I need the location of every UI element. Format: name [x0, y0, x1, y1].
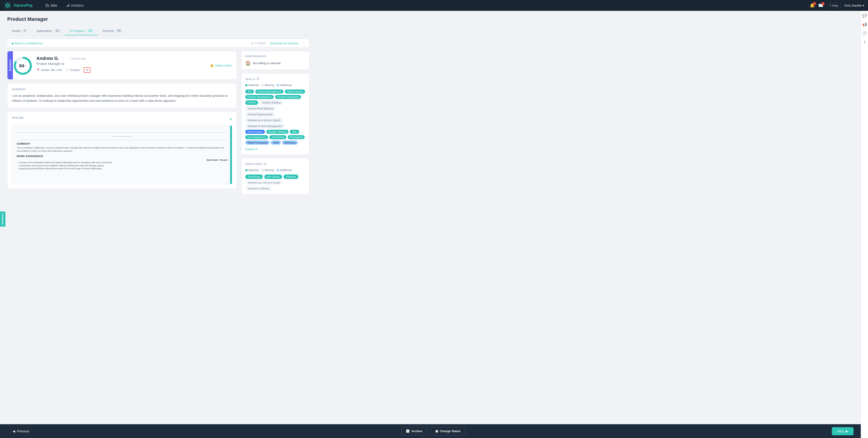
ind-legend-dot-matched: [245, 169, 248, 171]
info-icon[interactable]: ℹ: [864, 40, 865, 44]
industries-title: INDUSTRIES ⓘ: [245, 162, 305, 166]
skills-expand-btn[interactable]: Expand ▾: [245, 147, 305, 151]
tab-archived[interactable]: Archived 49: [98, 27, 127, 35]
preferences-title: PREFERENCES: [245, 55, 305, 58]
more-options-btn[interactable]: ⋮: [302, 41, 305, 45]
industries-panel: INDUSTRIES ⓘ Matched Missing Additional: [241, 158, 309, 195]
tab-in-progress[interactable]: In-Progress 29: [65, 27, 98, 35]
industries-tags-container: Technologytech startupSoftwareSoftware a…: [245, 175, 305, 191]
skill-tag[interactable]: Invision: [245, 100, 258, 105]
industry-tag[interactable]: tech startup: [264, 175, 282, 179]
legend-additional-label: Additional: [280, 84, 292, 87]
resume-scroll-bar[interactable]: [230, 126, 232, 184]
svg-rect-2: [46, 5, 49, 7]
industry-tag[interactable]: Software: [283, 175, 298, 179]
ind-legend-missing-label: Missing: [265, 168, 274, 172]
expand-label: Expand: [245, 147, 255, 151]
score-inner: 84%: [16, 59, 30, 73]
legend-dot-matched: [245, 84, 248, 86]
resume-work-date: March 2019 – Present: [17, 159, 227, 161]
briefcase-icon: [45, 4, 49, 7]
skill-tag[interactable]: Product Management: [255, 90, 283, 94]
ind-legend-missing: Missing: [261, 168, 274, 172]
help-label: Help: [832, 4, 838, 7]
share-icon[interactable]: 📢: [862, 22, 867, 27]
candidate-card-inner: 84% Andrew G. ☆ • 1 year(s) ago Product …: [14, 56, 232, 75]
skill-tag[interactable]: Swift: [271, 140, 281, 145]
skill-tag[interactable]: Prototyping: [288, 135, 305, 139]
industry-tag[interactable]: Technology: [245, 175, 263, 179]
candidate-name: Andrew G.: [36, 56, 59, 61]
legend-dot-missing: [261, 84, 264, 86]
skill-tag[interactable]: Scheduling: [270, 135, 286, 139]
skill-tag[interactable]: Software as a Service (SaaS): [245, 118, 283, 123]
nav-analytics-label: Analytics: [71, 4, 84, 7]
nav-jobs[interactable]: Jobs: [43, 3, 59, 8]
resume-bullet-1: My team of four developers builds and su…: [17, 161, 227, 164]
location-icon: 📍: [36, 68, 40, 72]
skill-tag[interactable]: Product Requirements: [245, 112, 275, 117]
skills-info-icon[interactable]: ⓘ: [256, 77, 259, 81]
history-icon[interactable]: 🕐: [862, 31, 867, 35]
skill-tag[interactable]: SQL: [290, 130, 299, 134]
candidate-tabs: Invited 0 Applications 22 In-Progress 29…: [7, 27, 309, 35]
skill-tag[interactable]: Data Analysis: [245, 130, 265, 134]
page-title: Product Manager: [7, 16, 309, 22]
nav-analytics[interactable]: Analytics: [64, 3, 86, 8]
salary-match[interactable]: 💰 Salary match: [210, 56, 232, 75]
skill-tag[interactable]: Rapid Prototyping: [245, 140, 270, 145]
content-area: Scheduled 84% Andrew G.: [7, 51, 309, 198]
industry-tag[interactable]: Software as a Service (SaaS): [245, 180, 283, 185]
resume-heading: RESUME: [12, 116, 24, 119]
back-to-list-btn[interactable]: ◀ Back to candidate list: [11, 41, 42, 45]
industry-tag[interactable]: Enterprise Software: [245, 186, 272, 191]
industries-info-icon[interactable]: ⓘ: [264, 162, 267, 166]
tag-icon: 🏷: [251, 41, 254, 45]
legend-dot-additional: [277, 84, 279, 86]
skill-tag[interactable]: Product Road Mapping: [245, 106, 276, 111]
candidate-card: Scheduled 84% Andrew G.: [7, 51, 237, 80]
score-value: 84: [19, 63, 24, 68]
tab-archived-count: 49: [116, 29, 122, 33]
star-icon[interactable]: ☆: [61, 56, 64, 61]
skill-tag[interactable]: Jira: [245, 90, 254, 94]
toolbar-right: 🏷 0 TAGS: Download all resumes ⋮: [251, 41, 305, 45]
skill-tag[interactable]: Product Development: [245, 95, 274, 99]
tab-applications[interactable]: Applications 22: [32, 27, 65, 35]
ind-legend-additional-label: Additional: [280, 168, 292, 172]
feedback-tab[interactable]: Feedback: [0, 212, 5, 221]
skill-tag[interactable]: Solution Building: [259, 100, 283, 105]
skill-tag[interactable]: Product Operations: [275, 95, 301, 99]
dot-separator: •: [67, 57, 68, 60]
skill-tag[interactable]: Software Product Management: [245, 124, 285, 128]
tab-invited[interactable]: Invited 0: [7, 27, 32, 35]
skills-panel: SKILLS ⓘ Matched Missing Additional: [241, 73, 309, 155]
email-box[interactable]: ✉: [84, 67, 90, 73]
messages-btn[interactable]: ✉️: [818, 3, 823, 8]
score-circle: 84%: [14, 57, 32, 75]
skill-tag[interactable]: Marketing: [282, 140, 298, 145]
skill-tag[interactable]: Data Products: [285, 90, 305, 94]
skill-tag[interactable]: Design Thinking: [266, 130, 289, 134]
tab-applications-count: 22: [54, 29, 61, 33]
user-menu[interactable]: Chris Stauffer ▾: [844, 4, 864, 7]
back-label: Back to candidate list: [15, 41, 42, 45]
relocation-text: Not willing to relocate: [253, 61, 281, 65]
resume-name-line: — — — • — — —: [17, 135, 227, 138]
legend-missing-label: Missing: [265, 84, 274, 87]
skill-tag[interactable]: User Experience: [245, 135, 268, 139]
notification-badge: [813, 2, 816, 5]
download-resumes-btn[interactable]: Download all resumes: [270, 41, 299, 45]
skills-title-text: SKILLS: [245, 78, 255, 81]
download-icon[interactable]: ⬇: [229, 117, 232, 121]
chat-icon[interactable]: 💬: [862, 13, 867, 18]
app-logo[interactable]: SquarePeg: [4, 1, 33, 9]
resume-body: — — — • — — — Summary I am an analytical…: [12, 125, 232, 184]
tags-area[interactable]: 🏷 0 TAGS:: [251, 41, 266, 45]
logo-icon: [4, 1, 12, 9]
notifications-btn[interactable]: 🔔: [810, 3, 815, 8]
help-btn[interactable]: ? Help: [827, 3, 840, 8]
salary-icon: 💰: [210, 64, 214, 67]
summary-heading: SUMMARY: [12, 88, 232, 91]
right-sidebar-panel: PREFERENCES 🏠 Not willing to relocate SK…: [241, 51, 309, 198]
